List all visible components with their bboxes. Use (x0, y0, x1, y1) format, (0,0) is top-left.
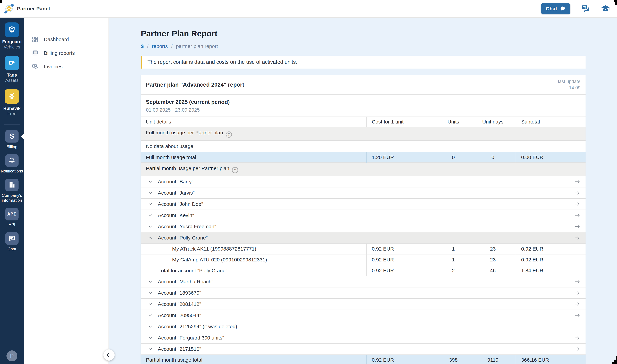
account-label: Account "Polly Crane" (158, 235, 208, 241)
sidebar-item-api[interactable]: API API (0, 208, 24, 227)
arrow-right-icon[interactable] (574, 212, 580, 218)
account-cell: Account "2095044" (141, 310, 586, 321)
units-cell: 1 (437, 254, 470, 265)
breadcrumb-separator: / (147, 43, 148, 49)
account-label: Account "Jarvis" (158, 190, 194, 196)
account-row[interactable]: Account "Kevin" (141, 210, 586, 221)
chevron-up-icon[interactable] (147, 235, 154, 241)
chevron-down-icon[interactable] (147, 346, 154, 352)
graduation-cap-icon[interactable] (601, 4, 610, 13)
arrow-right-icon[interactable] (574, 201, 580, 207)
sidebar-item-forguard[interactable]: Forguard Vehicles (2, 23, 22, 50)
chevron-down-icon[interactable] (147, 212, 154, 218)
last-update: last update 14:09 (558, 78, 580, 91)
sidebar-item-chat[interactable]: Chat (0, 232, 24, 251)
account-row[interactable]: Account "John Doe" (141, 198, 586, 210)
arrow-right-icon[interactable] (574, 301, 580, 307)
report-table-body: Full month usage per Partner plan?No dat… (141, 127, 586, 364)
sidebar-item-tags[interactable]: Tags Assets (5, 56, 19, 83)
product-subtitle: Free (7, 111, 16, 116)
device-row: My CalAmp ATU-620 (099100299812331)0.92 … (141, 254, 586, 265)
account-cell: Account "1893670" (141, 287, 586, 299)
chevron-down-icon[interactable] (147, 190, 154, 196)
sidebar-item-ruhavik[interactable]: Ruhavik Free (3, 89, 20, 116)
arrow-right-icon[interactable] (574, 223, 580, 230)
account-label: Account "Yusra Freeman" (158, 224, 216, 229)
subtotal-cell: 366.16 EUR (516, 355, 586, 364)
sidebar-item-company-information[interactable]: Company's information (0, 179, 24, 203)
brand[interactable]: Partner Panel (4, 3, 50, 14)
sidebar-item-notifications[interactable]: Notifications (0, 154, 24, 173)
chevron-down-icon[interactable] (147, 179, 154, 185)
chevron-down-icon[interactable] (147, 223, 154, 230)
product-title: Tags (7, 72, 17, 78)
account-cell: Account "Martha Roach" (141, 276, 586, 287)
chevron-down-icon[interactable] (147, 201, 154, 207)
arrow-right-icon[interactable] (574, 179, 580, 185)
report-card: Partner plan "Advanced 2024" report last… (141, 75, 586, 364)
message-row: No data about usage (141, 141, 586, 152)
arrow-right-icon[interactable] (574, 346, 580, 352)
arrow-right-icon[interactable] (574, 290, 580, 296)
cost-cell: 0.92 EUR (366, 254, 437, 265)
account-row[interactable]: Account "Jarvis" (141, 187, 586, 198)
chevron-down-icon[interactable] (147, 312, 154, 318)
sidebar-item-label: Billing (6, 144, 18, 149)
user-avatar[interactable]: P (6, 351, 17, 361)
help-icon[interactable]: ? (226, 131, 232, 138)
sidebar-item-label: Chat (7, 247, 17, 251)
period-range: 01.09.2025 - 23.09.2025 (146, 107, 580, 113)
arrow-right-icon[interactable] (574, 335, 580, 341)
nav-item-billing-reports[interactable]: Billing reports (24, 46, 108, 60)
sidebar-item-billing[interactable]: $ Billing (0, 130, 24, 149)
chevron-down-icon[interactable] (147, 279, 154, 285)
help-icon[interactable]: ? (232, 167, 238, 173)
arrow-right-icon[interactable] (574, 279, 580, 285)
faq-chat-icon[interactable]: ?! (581, 4, 590, 13)
column-header-3: Unit days (470, 117, 516, 127)
nav-item-label: Billing reports (44, 50, 75, 56)
lemon-logo-icon (4, 3, 14, 14)
breadcrumb-reports-link[interactable]: reports (152, 43, 168, 49)
account-row[interactable]: Account "Martha Roach" (141, 276, 586, 287)
account-row[interactable]: Account "Barry" (141, 176, 586, 187)
chevron-down-icon[interactable] (147, 324, 154, 330)
row-label-cell: Full month usage total (141, 152, 366, 163)
account-row[interactable]: Account "2095044" (141, 310, 586, 321)
section-title: Partial month usage per Partner plan (146, 166, 229, 171)
chevron-down-icon[interactable] (147, 290, 154, 296)
chat-button[interactable]: Chat (541, 3, 570, 14)
screen-corner-artifact (616, 356, 617, 361)
dollar-icon: $ (5, 130, 19, 143)
account-row[interactable]: Account "Forguard 300 units" (141, 332, 586, 343)
nav-item-label: Invoices (44, 64, 63, 70)
chevron-down-icon[interactable] (147, 335, 154, 341)
account-row[interactable]: Account "2081412" (141, 299, 586, 310)
product-title: Forguard (2, 39, 22, 44)
chevron-down-icon[interactable] (147, 301, 154, 307)
collapse-sidebar-button[interactable] (103, 349, 115, 361)
account-cell: Account "John Doe" (141, 198, 586, 210)
arrow-right-icon[interactable] (574, 235, 580, 241)
unit-days-cell: 23 (470, 243, 516, 254)
invoice-icon (32, 63, 39, 70)
account-cell: Account "Polly Crane" (141, 232, 586, 243)
breadcrumb-root-link[interactable]: $ (141, 43, 144, 49)
arrow-right-icon[interactable] (574, 312, 580, 318)
nav-item-invoices[interactable]: Invoices (24, 60, 108, 74)
arrow-right-icon[interactable] (574, 190, 580, 196)
account-row[interactable]: Account "2171510" (141, 343, 586, 355)
account-cell: Account "Forguard 300 units" (141, 332, 586, 343)
lemon-icon (5, 89, 19, 104)
account-label: Account "Barry" (158, 179, 193, 184)
column-header-4: Subtotal (516, 117, 586, 127)
bell-icon (5, 154, 19, 167)
row-label-cell: Total for account "Polly Crane" (141, 265, 366, 276)
account-row[interactable]: Account "Polly Crane" (141, 232, 586, 243)
nav-item-dashboard[interactable]: Dashboard (24, 33, 108, 46)
account-row[interactable]: Account "2125294" (it was deleted) (141, 321, 586, 332)
account-row[interactable]: Account "1893670" (141, 287, 586, 299)
account-row[interactable]: Account "Yusra Freeman" (141, 221, 586, 232)
report-title: Partner plan "Advanced 2024" report (146, 81, 244, 88)
dashboard-icon (32, 36, 39, 43)
